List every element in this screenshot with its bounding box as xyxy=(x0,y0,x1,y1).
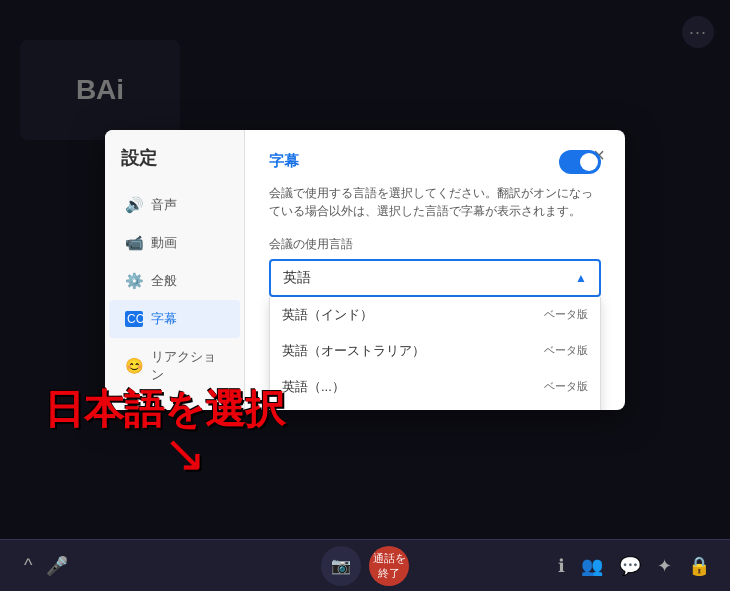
toggle-knob xyxy=(580,153,598,171)
dropdown-item-label-2: 英語（...） xyxy=(282,378,345,396)
sidebar-item-captions[interactable]: CC 字幕 xyxy=(109,300,240,338)
general-icon: ⚙️ xyxy=(125,272,143,290)
bottom-center-controls: 📷 通話を終了 xyxy=(321,546,409,586)
info-icon[interactable]: ℹ xyxy=(554,551,569,581)
dropdown-item-1[interactable]: 英語（オーストラリア） ベータ版 xyxy=(270,333,600,369)
bottom-left-controls: ^ 🎤 xyxy=(20,551,72,581)
bottom-right-controls: ℹ 👥 💬 ✦ 🔒 xyxy=(554,551,714,581)
beta-badge-1: ベータ版 xyxy=(544,343,588,358)
end-call-button[interactable]: 通話を終了 xyxy=(369,546,409,586)
sidebar-label-audio: 音声 xyxy=(151,196,177,214)
captions-toggle[interactable] xyxy=(559,150,601,174)
sidebar-item-general[interactable]: ⚙️ 全般 xyxy=(109,262,240,300)
activities-icon[interactable]: ✦ xyxy=(653,551,676,581)
reactions-icon: 😊 xyxy=(125,357,143,375)
settings-main: × 字幕 会議で使用する言語を選択してください。翻訳がオンになっている場合以外は… xyxy=(245,130,625,410)
mic-icon[interactable]: 🎤 xyxy=(42,551,72,581)
sidebar-label-general: 全般 xyxy=(151,272,177,290)
audio-icon: 🔊 xyxy=(125,196,143,214)
captions-icon: CC xyxy=(125,311,143,327)
sidebar-item-audio[interactable]: 🔊 音声 xyxy=(109,186,240,224)
bottom-toolbar: ^ 🎤 📷 通話を終了 ℹ 👥 💬 ✦ 🔒 xyxy=(0,539,730,591)
selected-language: 英語 xyxy=(283,269,311,287)
settings-sidebar: 設定 🔊 音声 📹 動画 ⚙️ 全般 CC 字幕 😊 リアクション xyxy=(105,130,245,410)
chevron-up-icon[interactable]: ^ xyxy=(20,551,36,580)
dropdown-item-0[interactable]: 英語（インド） ベータ版 xyxy=(270,297,600,333)
settings-modal: 設定 🔊 音声 📹 動画 ⚙️ 全般 CC 字幕 😊 リアクション xyxy=(105,130,625,410)
sidebar-item-video[interactable]: 📹 動画 xyxy=(109,224,240,262)
dropdown-arrow-icon: ▲ xyxy=(575,271,587,285)
camera-button[interactable]: 📷 xyxy=(321,546,361,586)
section-title: 字幕 xyxy=(269,152,299,171)
field-label: 会議の使用言語 xyxy=(269,236,601,253)
language-dropdown-list: 英語（インド） ベータ版 英語（オーストラリア） ベータ版 英語（...） ベー… xyxy=(269,297,601,410)
chat-icon[interactable]: 💬 xyxy=(615,551,645,581)
beta-badge-0: ベータ版 xyxy=(544,307,588,322)
dropdown-item-label-1: 英語（オーストラリア） xyxy=(282,342,425,360)
language-dropdown-wrapper: 英語 ▲ 英語（インド） ベータ版 英語（オーストラリア） ベータ版 英語（..… xyxy=(269,259,601,297)
language-dropdown-selected[interactable]: 英語 ▲ xyxy=(269,259,601,297)
end-call-label: 通話を終了 xyxy=(369,551,409,581)
sidebar-label-captions: 字幕 xyxy=(151,310,177,328)
lock-icon[interactable]: 🔒 xyxy=(684,551,714,581)
dropdown-item-3[interactable]: 韓国語 xyxy=(270,405,600,410)
video-icon: 📹 xyxy=(125,234,143,252)
section-description: 会議で使用する言語を選択してください。翻訳がオンになっている場合以外は、選択した… xyxy=(269,184,601,220)
dropdown-item-label-0: 英語（インド） xyxy=(282,306,373,324)
dropdown-item-2[interactable]: 英語（...） ベータ版 xyxy=(270,369,600,405)
section-header: 字幕 xyxy=(269,150,601,174)
modal-overlay: 設定 🔊 音声 📹 動画 ⚙️ 全般 CC 字幕 😊 リアクション xyxy=(0,0,730,539)
modal-title: 設定 xyxy=(105,146,244,186)
sidebar-label-reactions: リアクション xyxy=(151,348,224,384)
sidebar-item-reactions[interactable]: 😊 リアクション xyxy=(109,338,240,394)
sidebar-label-video: 動画 xyxy=(151,234,177,252)
beta-badge-2: ベータ版 xyxy=(544,379,588,394)
people-icon[interactable]: 👥 xyxy=(577,551,607,581)
